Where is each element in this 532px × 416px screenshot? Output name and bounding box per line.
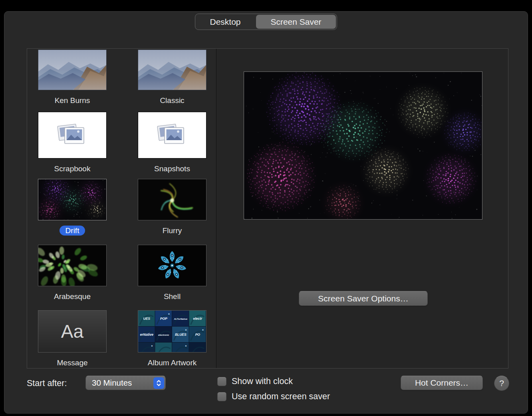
start-after-dropdown[interactable]: 30 Minutes [85,376,166,390]
saver-item-flurry[interactable]: Flurry [138,179,206,236]
saver-thumbnail-ken-burns [38,50,107,90]
saver-label-scrapbook: Scrapbook [38,164,107,174]
saver-thumbnail-album-artwork: UES✦POPALTerNativeelectrerNativeelectron… [138,310,206,353]
tab-screen-saver-label: Screen Saver [270,17,321,27]
svg-text:electr: electr [193,317,202,321]
saver-thumbnail-scrapbook [38,112,107,158]
svg-text:Aa: Aa [61,321,84,342]
show-with-clock-checkbox[interactable]: Show with clock [217,375,330,388]
saver-item-scrapbook[interactable]: Scrapbook [38,112,107,174]
use-random-screensaver-label: Use random screen saver [232,392,330,402]
saver-item-classic[interactable]: Classic [138,50,206,106]
saver-item-drift[interactable]: Drift [38,179,107,236]
hot-corners-button[interactable]: Hot Corners… [401,376,483,390]
show-with-clock-label: Show with clock [232,376,293,386]
checkbox-group: Show with clock Use random screen saver [217,375,330,406]
saver-label-shell: Shell [138,291,206,302]
svg-text:✦: ✦ [168,313,170,315]
help-button[interactable]: ? [494,376,509,391]
svg-text:✦: ✦ [202,329,204,331]
screen-saver-panel: Ken Burns Classic Scrapbook SnapshotsDri… [27,48,508,368]
show-with-clock-checkbox-box[interactable] [217,377,226,386]
stepper-up-down-icon [153,377,164,389]
svg-text:electronic: electronic [158,334,169,336]
svg-text:✦: ✦ [185,329,187,331]
saver-label-flurry: Flurry [138,226,206,236]
saver-thumbnail-snapshots [138,112,206,158]
selected-saver-pill: Drift [60,226,85,236]
screen-saver-preview [244,71,482,220]
saver-item-arabesque[interactable]: Arabesque [38,245,107,302]
start-after-label: Start after: [27,378,67,388]
svg-text:✦: ✦ [151,345,153,347]
saver-label-snapshots: Snapshots [138,164,206,174]
tab-bar: Desktop Screen Saver [195,14,337,30]
saver-label-album-artwork: Album Artwork [138,358,206,368]
tab-screen-saver[interactable]: Screen Saver [255,14,337,30]
screen-saver-list: Ken Burns Classic Scrapbook SnapshotsDri… [27,49,216,368]
saver-label-drift: Drift [38,226,107,236]
saver-item-snapshots[interactable]: Snapshots [138,112,206,174]
desktop-screensaver-preferences-window: Desktop Screen Saver Ken Burns Classic S… [4,11,528,414]
svg-text:BLUES: BLUES [175,333,187,337]
saver-thumbnail-message: Aa [38,310,107,353]
tab-desktop-label: Desktop [210,17,240,27]
saver-label-arabesque: Arabesque [38,291,107,302]
saver-thumbnail-flurry [138,179,206,220]
saver-item-message[interactable]: AaMessage [38,310,107,368]
preview-pane: Screen Saver Options… [216,49,508,368]
saver-item-ken-burns[interactable]: Ken Burns [38,50,107,106]
start-after-value: 30 Minutes [86,378,153,388]
svg-text:erNative: erNative [140,333,154,337]
help-button-label: ? [499,378,504,388]
screen-saver-options-button[interactable]: Screen Saver Options… [299,291,428,306]
saver-label-classic: Classic [138,95,206,106]
saver-item-shell[interactable]: Shell [138,245,206,302]
svg-text:PO: PO [195,333,200,337]
tab-desktop[interactable]: Desktop [195,14,255,30]
saver-label-message: Message [38,358,107,368]
use-random-screensaver-checkbox[interactable]: Use random screen saver [217,390,330,403]
saver-thumbnail-arabesque [38,245,107,286]
saver-thumbnail-shell [138,245,206,286]
use-random-screensaver-checkbox-box[interactable] [217,392,226,401]
svg-text:✦: ✦ [185,345,187,347]
saver-thumbnail-classic [138,50,206,90]
saver-label-ken-burns: Ken Burns [38,95,107,106]
saver-thumbnail-drift [38,179,107,220]
saver-item-album-artwork[interactable]: UES✦POPALTerNativeelectrerNativeelectron… [138,310,206,368]
svg-text:ALTerNative: ALTerNative [174,318,188,320]
svg-text:POP: POP [160,317,167,321]
svg-text:UES: UES [143,317,151,321]
